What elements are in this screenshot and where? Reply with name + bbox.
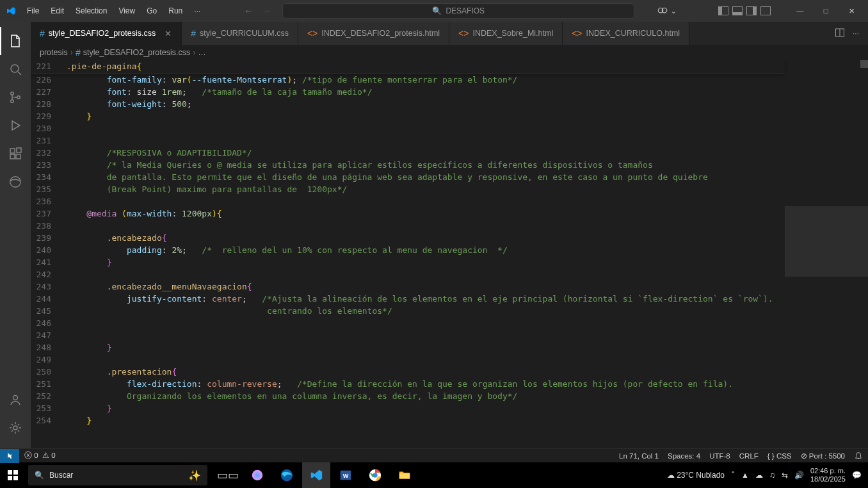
edge-tools-icon[interactable]	[0, 168, 31, 196]
copilot-taskbar-icon[interactable]	[243, 462, 271, 488]
nav-back-icon[interactable]: ←	[244, 6, 253, 16]
more-actions-icon[interactable]: ···	[853, 29, 859, 38]
tab-INDEX_Sobre_Mi.html[interactable]: <>INDEX_Sobre_Mi.html	[449, 22, 563, 45]
minimap-viewport[interactable]	[785, 206, 868, 277]
minimap[interactable]	[785, 60, 868, 448]
edge-icon[interactable]	[273, 462, 301, 488]
file-explorer-icon[interactable]	[390, 462, 419, 488]
css-file-icon: #	[191, 28, 196, 38]
copilot-icon	[657, 5, 668, 17]
close-window-button[interactable]: ✕	[839, 0, 864, 22]
copilot-button[interactable]: ⌄	[657, 5, 676, 17]
status-eol[interactable]: CRLF	[739, 452, 759, 460]
tray-onedrive-icon[interactable]: ▲	[741, 471, 749, 480]
sticky-scroll[interactable]: 221 .pie-de-pagina{	[31, 60, 785, 74]
toggle-primary-sidebar-icon[interactable]	[718, 6, 728, 15]
minimize-button[interactable]: ―	[787, 0, 813, 22]
weather-widget[interactable]: ☁ 23°C Nublado	[667, 471, 725, 480]
maximize-button[interactable]: □	[813, 0, 839, 22]
tab-label: INDEX_Sobre_Mi.html	[472, 29, 553, 38]
tab-INDEX_CURRICULO.html[interactable]: <>INDEX_CURRICULO.html	[563, 22, 689, 45]
svg-rect-6	[10, 149, 15, 153]
svg-rect-15	[8, 470, 12, 475]
svg-rect-18	[13, 476, 18, 480]
error-icon: ⓧ	[24, 451, 32, 459]
menu-go[interactable]: Go	[141, 3, 162, 19]
toggle-secondary-sidebar-icon[interactable]	[746, 6, 757, 15]
scrollbar-thumb[interactable]	[860, 60, 868, 68]
vscode-taskbar-icon[interactable]	[302, 462, 330, 488]
taskbar-clock[interactable]: 02:46 p. m. 18/02/2025	[810, 467, 846, 484]
tab-INDEX_DESAFIO2_protesis.html[interactable]: <>INDEX_DESAFIO2_protesis.html	[298, 22, 449, 45]
customize-layout-icon[interactable]	[760, 6, 771, 15]
source-control-icon[interactable]	[0, 83, 31, 111]
remote-indicator[interactable]	[0, 449, 19, 463]
command-center-search[interactable]: 🔍 DESAFIOS	[282, 3, 634, 19]
search-activity-icon[interactable]	[0, 55, 31, 83]
tray-volume-icon[interactable]: 🔊	[794, 471, 804, 480]
tab-label: INDEX_DESAFIO2_protesis.html	[321, 29, 440, 38]
sparkle-icon: ✨	[188, 469, 201, 482]
menu-selection[interactable]: Selection	[70, 3, 112, 19]
run-debug-icon[interactable]	[0, 111, 31, 140]
tray-wifi-icon[interactable]: ⇆	[782, 471, 788, 480]
svg-rect-7	[10, 154, 15, 159]
code-content[interactable]: font-family: var(--fuente-Montserrat); /…	[67, 74, 785, 448]
menu-file[interactable]: File	[22, 3, 44, 19]
layout-controls	[718, 6, 771, 15]
start-button[interactable]	[0, 462, 26, 488]
svg-point-20	[281, 469, 293, 481]
line-gutter: 2262272282292302312322332342352362372382…	[31, 74, 67, 448]
status-indent[interactable]: Spaces: 4	[668, 452, 700, 460]
svg-point-5	[17, 96, 20, 99]
svg-text:W: W	[343, 473, 349, 479]
task-view-icon[interactable]: ▭▭	[214, 462, 242, 488]
menu-edit[interactable]: Edit	[45, 3, 69, 19]
tab-style_CURRICULUM.css[interactable]: #style_CURRICULUM.css	[182, 22, 298, 45]
nav-forward-icon[interactable]: →	[262, 6, 271, 16]
extensions-icon[interactable]	[0, 140, 31, 168]
menu-···[interactable]: ···	[189, 3, 205, 19]
tray-language-icon[interactable]: ♫	[769, 471, 775, 480]
breadcrumb-more[interactable]: …	[198, 48, 206, 57]
menu-view[interactable]: View	[113, 3, 140, 19]
taskbar-search-placeholder: Buscar	[49, 471, 73, 480]
windows-taskbar: 🔍 Buscar ✨ ▭▭ W ☁ 23°C Nublado ˄ ▲ ☁ ♫ ⇆…	[0, 462, 868, 488]
title-bar: FileEditSelectionViewGoRun··· ← → 🔍 DESA…	[0, 0, 868, 22]
notifications-icon[interactable]	[854, 451, 863, 461]
svg-point-2	[11, 65, 19, 72]
status-liveserver[interactable]: ⊘ Port : 5500	[801, 451, 845, 460]
split-editor-icon[interactable]	[835, 28, 845, 40]
status-encoding[interactable]: UTF-8	[709, 452, 730, 460]
status-language[interactable]: { } CSS	[768, 452, 792, 460]
svg-point-12	[13, 426, 17, 430]
settings-gear-icon[interactable]	[0, 414, 31, 442]
editor-tabs: #style_DESAFIO2_protesis.css✕#style_CURR…	[31, 22, 868, 45]
close-tab-icon[interactable]: ✕	[163, 29, 172, 38]
explorer-icon[interactable]	[0, 27, 31, 55]
taskbar-search[interactable]: 🔍 Buscar ✨	[28, 465, 207, 485]
svg-rect-17	[8, 476, 12, 480]
breadcrumb-file[interactable]: style_DESAFIO2_protesis.css	[83, 48, 190, 57]
tray-chevron-icon[interactable]: ˄	[731, 471, 735, 480]
tray-security-icon[interactable]: ☁	[755, 471, 763, 480]
status-problems[interactable]: ⓧ 0 ⚠ 0	[24, 451, 56, 460]
chrome-icon[interactable]	[361, 462, 389, 488]
css-file-icon: #	[76, 47, 81, 58]
html-file-icon: <>	[307, 28, 317, 38]
main-menu: FileEditSelectionViewGoRun···	[22, 3, 205, 19]
html-file-icon: <>	[458, 28, 469, 38]
toggle-panel-icon[interactable]	[732, 6, 743, 15]
editor-body[interactable]: 221 .pie-de-pagina{ 22622722822923023123…	[31, 60, 868, 448]
status-cursor[interactable]: Ln 71, Col 1	[619, 452, 659, 460]
svg-point-3	[11, 92, 13, 95]
svg-rect-16	[13, 470, 18, 475]
breadcrumb-root[interactable]: protesis	[40, 48, 68, 57]
word-icon[interactable]: W	[332, 462, 360, 488]
menu-run[interactable]: Run	[163, 3, 188, 19]
notifications-tray-icon[interactable]: 💬	[852, 471, 862, 480]
breadcrumbs[interactable]: protesis › # style_DESAFIO2_protesis.css…	[31, 45, 868, 60]
tab-label: style_CURRICULUM.css	[200, 29, 289, 38]
tab-style_DESAFIO2_protesis.css[interactable]: #style_DESAFIO2_protesis.css✕	[31, 22, 182, 45]
accounts-icon[interactable]	[0, 386, 31, 414]
